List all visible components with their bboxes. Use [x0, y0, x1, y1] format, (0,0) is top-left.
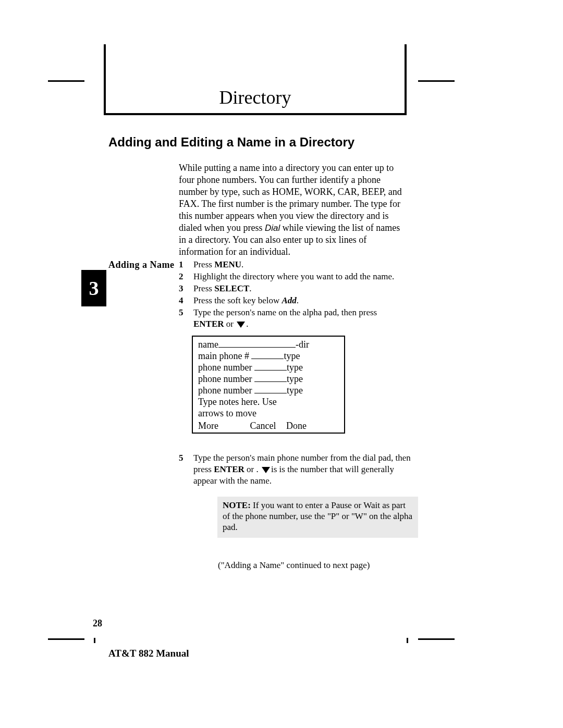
- select-key-label: SELECT: [214, 283, 249, 293]
- screen-line-phone4: phone number type: [198, 385, 339, 396]
- step-text-mid: or .: [244, 464, 261, 474]
- screen-field-blank: [218, 340, 296, 348]
- step-number: 2: [179, 271, 186, 282]
- screen-field-mainphone: main phone #: [198, 351, 251, 361]
- step-text: Press SELECT.: [193, 283, 408, 294]
- softkey-more: More: [198, 420, 248, 431]
- step-text-post: .: [249, 283, 251, 293]
- step-number: 5: [179, 307, 186, 330]
- screen-line-name: name-dir: [198, 339, 339, 350]
- screen-field-blank: [254, 363, 287, 371]
- crop-rule-bottom-right: [418, 638, 455, 640]
- screen-line-notes2: arrows to move: [198, 408, 339, 419]
- step-number: 5: [179, 452, 186, 487]
- dial-key-label: Dial: [265, 223, 280, 233]
- crop-rule-bottom-left: [48, 638, 84, 640]
- step-5b: 5 Type the person's main phone number fr…: [179, 452, 419, 487]
- section-heading: Adding and Editing a Name in a Directory: [108, 135, 354, 150]
- step-text: Highlight the directory where you want t…: [193, 271, 408, 282]
- note-label: NOTE:: [223, 500, 251, 510]
- screen-type-label: type: [287, 362, 303, 373]
- screen-line-phone2: phone number type: [198, 362, 339, 373]
- step-text-pre: Press the soft key below: [193, 295, 282, 305]
- screen-field-phone: phone number: [198, 362, 254, 373]
- crop-tick-right: [407, 638, 408, 643]
- step-number: 1: [179, 259, 186, 270]
- step-text-post: .: [297, 295, 299, 305]
- procedure-side-heading: Adding a Name: [108, 260, 175, 270]
- step-text-pre: Type the person's name on the alpha pad,…: [193, 307, 377, 317]
- crop-rule-top-right: [418, 80, 455, 82]
- enter-key-label: ENTER: [214, 464, 244, 474]
- step-5: 5 Type the person's name on the alpha pa…: [179, 307, 408, 330]
- step-2: 2 Highlight the directory where you want…: [179, 271, 408, 282]
- down-arrow-icon: [237, 322, 245, 328]
- screen-type-label: type: [287, 374, 303, 384]
- chapter-tab: 3: [81, 270, 106, 306]
- screen-line-notes1: Type notes here. Use: [198, 396, 339, 408]
- page-number: 28: [93, 618, 102, 629]
- down-arrow-icon: [262, 467, 270, 473]
- header-title-box: Directory: [104, 81, 407, 115]
- softkey-cancel: Cancel: [250, 420, 284, 431]
- step-number: 4: [179, 295, 186, 306]
- step-text-trailing: .: [246, 319, 248, 329]
- intro-paragraph: While putting a name into a directory yo…: [179, 162, 408, 258]
- screen-dir-suffix: -dir: [296, 339, 309, 350]
- note-text: If you want to enter a Pause or Wait as …: [223, 500, 412, 532]
- enter-key-label: ENTER: [193, 319, 224, 329]
- footer-manual-title: AT&T 882 Manual: [108, 648, 189, 659]
- menu-key-label: MENU: [214, 260, 241, 269]
- page-header-title: Directory: [104, 87, 407, 108]
- screen-softkeys: More Cancel Done: [198, 420, 339, 431]
- continuation-note: ("Adding a Name" continued to next page): [218, 560, 411, 571]
- screen-type-label: type: [287, 385, 303, 396]
- step-text-mid: or: [224, 319, 236, 329]
- step-text: Type the person's main phone number from…: [193, 452, 419, 487]
- step-text-post: .: [241, 260, 243, 269]
- screen-field-phone: phone number: [198, 385, 254, 396]
- step-text-pre: Press: [193, 260, 214, 269]
- screen-field-blank: [251, 352, 284, 359]
- manual-page: Directory Adding and Editing a Name in a…: [0, 0, 563, 728]
- crop-rule-top-left: [48, 80, 84, 82]
- step-3: 3 Press SELECT.: [179, 283, 408, 294]
- screen-field-phone: phone number: [198, 374, 254, 384]
- procedure-steps: 1 Press MENU. 2 Highlight the directory …: [179, 259, 408, 330]
- step-number: 3: [179, 283, 186, 294]
- add-softkey-label: Add: [282, 295, 297, 305]
- screen-line-phone3: phone number type: [198, 373, 339, 385]
- step-text: Press the soft key below Add.: [193, 295, 408, 306]
- note-callout: NOTE: If you want to enter a Pause or Wa…: [217, 497, 418, 538]
- step-1: 1 Press MENU.: [179, 259, 408, 270]
- step-text: Type the person's name on the alpha pad,…: [193, 307, 408, 330]
- lcd-screen-illustration: name-dir main phone # type phone number …: [192, 336, 345, 434]
- screen-type-label: type: [284, 351, 300, 361]
- screen-field-blank: [254, 386, 287, 393]
- screen-line-mainphone: main phone # type: [198, 350, 339, 362]
- screen-field-name: name: [198, 339, 218, 350]
- step-4: 4 Press the soft key below Add.: [179, 295, 408, 306]
- screen-field-blank: [254, 375, 287, 382]
- step-text: Press MENU.: [193, 259, 408, 270]
- softkey-done: Done: [286, 420, 307, 431]
- procedure-steps-continued: 5 Type the person's main phone number fr…: [179, 452, 419, 487]
- step-text-pre: Press: [193, 283, 214, 293]
- crop-tick-left: [94, 638, 95, 643]
